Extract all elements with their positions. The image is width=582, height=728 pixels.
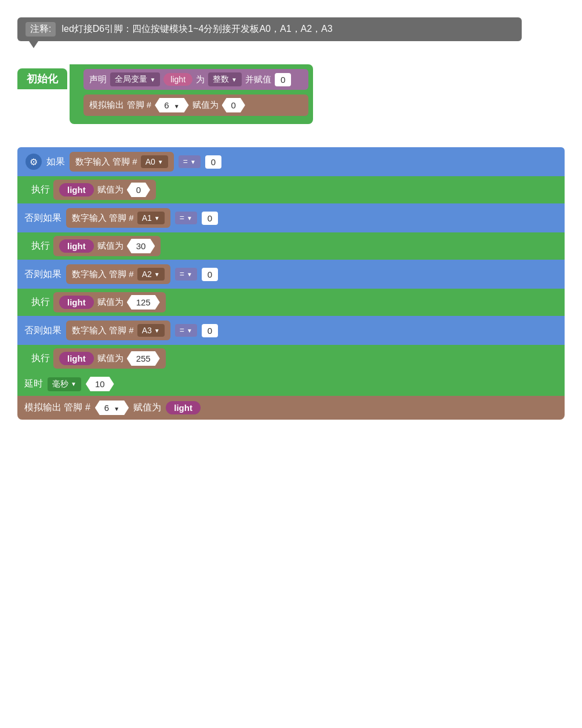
- pin-value: 6 ▼: [155, 98, 188, 112]
- assign-row-2: 执行 light 赋值为 125: [31, 292, 560, 312]
- cond-value-2: 0: [202, 268, 218, 281]
- pin-val-bottom: 6 ▼: [95, 401, 129, 415]
- var-name-bottom: light: [166, 401, 201, 414]
- comment-block: 注释: led灯接D6引脚：四位按键模块1~4分别接开发板A0，A1，A2，A3: [17, 17, 522, 41]
- if-wrapper: ⚙ 如果 数字输入 管脚 # A0 ▼ = ▼ 0 执行 light 赋值为: [17, 147, 565, 420]
- exec-container-0: 执行 light 赋值为 0: [17, 176, 565, 203]
- elseif-row-1: 否则如果 数字输入 管脚 # A1 ▼ = ▼ 0: [17, 203, 565, 232]
- analog-out-prefix: 模拟输出 管脚 #: [89, 100, 151, 111]
- analog-val: 0: [222, 98, 245, 112]
- assign-label2: 赋值为: [192, 100, 219, 111]
- elseif-row-3: 否则如果 数字输入 管脚 # A3 ▼ = ▼ 0: [17, 316, 565, 345]
- delay-value: 10: [86, 377, 114, 391]
- var-pill-0: light: [59, 183, 94, 196]
- assign-val-0: 0: [127, 183, 150, 197]
- assign-val-3: 255: [127, 351, 160, 366]
- exec-container-2: 执行 light 赋值为 125: [17, 289, 565, 316]
- digital-prefix-1: 数字输入 管脚 #: [72, 213, 134, 224]
- type-dropdown[interactable]: 全局变量 ▼: [110, 72, 160, 86]
- if-header-row: ⚙ 如果 数字输入 管脚 # A0 ▼ = ▼ 0: [17, 147, 565, 176]
- elseif-label-3: 否则如果: [24, 325, 61, 337]
- elseif-label-1: 否则如果: [24, 212, 61, 224]
- pin-dropdown-0[interactable]: A0 ▼: [141, 155, 168, 168]
- analog-out-block: 模拟输出 管脚 # 6 ▼ 赋值为 0: [83, 94, 308, 116]
- pin-dropdown-2[interactable]: A2 ▼: [137, 268, 165, 281]
- elseif-label-2: 否则如果: [24, 268, 61, 281]
- init-value: 0: [275, 73, 291, 86]
- init-section: 初始化 声明 全局变量 ▼ light 为 整数 ▼ 并赋值 0 模拟输出 管脚…: [17, 64, 565, 124]
- assign-row-0: 执行 light 赋值为 0: [31, 180, 560, 200]
- op-block-1[interactable]: = ▼: [175, 212, 197, 224]
- declare-prefix: 声明: [89, 74, 107, 85]
- init-title: 初始化: [17, 68, 67, 89]
- var-name-pill: light: [163, 73, 192, 86]
- exec-container-3: 执行 light 赋值为 255: [17, 345, 565, 372]
- var-pill-1: light: [59, 239, 94, 253]
- comment-label: 注释:: [26, 22, 56, 37]
- gear-icon[interactable]: ⚙: [26, 154, 42, 170]
- op-block-3[interactable]: = ▼: [175, 324, 197, 337]
- declare-block: 声明 全局变量 ▼ light 为 整数 ▼ 并赋值 0: [83, 69, 308, 90]
- var-pill-2: light: [59, 296, 94, 309]
- cond-value-1: 0: [202, 212, 218, 225]
- assign-val-1: 30: [127, 239, 155, 253]
- op-block-2[interactable]: = ▼: [175, 268, 197, 281]
- digital-input-3: 数字输入 管脚 # A3 ▼: [66, 321, 170, 340]
- assign-row-1: 执行 light 赋值为 30: [31, 236, 560, 256]
- comment-text: led灯接D6引脚：四位按键模块1~4分别接开发板A0，A1，A2，A3: [61, 23, 332, 35]
- assign-block-3: light 赋值为 255: [53, 348, 166, 369]
- pin-dropdown-1[interactable]: A1 ▼: [137, 212, 165, 224]
- assign-val-2: 125: [127, 295, 160, 310]
- delay-row: 延时 毫秒 ▼ 10: [17, 372, 565, 396]
- exec-container-1: 执行 light 赋值为 30: [17, 232, 565, 260]
- op-block-0[interactable]: = ▼: [179, 155, 201, 168]
- pin-dropdown-3[interactable]: A3 ▼: [137, 324, 165, 337]
- assign-row-3: 执行 light 赋值为 255: [31, 348, 560, 369]
- exec-label-2: 执行: [31, 296, 50, 308]
- elseif-row-2: 否则如果 数字输入 管脚 # A2 ▼ = ▼ 0: [17, 260, 565, 289]
- delay-label: 延时: [24, 378, 43, 390]
- assign-block-0: light 赋值为 0: [53, 180, 156, 200]
- analog-out-label: 模拟输出 管脚 #: [24, 402, 90, 414]
- digital-prefix-3: 数字输入 管脚 #: [72, 325, 134, 336]
- assign-block-2: light 赋值为 125: [53, 292, 166, 312]
- var-pill-3: light: [59, 352, 94, 365]
- exec-label-3: 执行: [31, 352, 50, 365]
- digital-input-2: 数字输入 管脚 # A2 ▼: [66, 264, 170, 284]
- delay-unit-dropdown[interactable]: 毫秒 ▼: [48, 377, 81, 391]
- cond-value-3: 0: [202, 324, 218, 337]
- digital-prefix: 数字输入 管脚 #: [75, 156, 137, 168]
- init-container: 声明 全局变量 ▼ light 为 整数 ▼ 并赋值 0 模拟输出 管脚 # 6…: [70, 64, 313, 124]
- assign-label: 并赋值: [245, 74, 271, 85]
- exec-label-1: 执行: [31, 240, 50, 252]
- analog-out-row-bottom: 模拟输出 管脚 # 6 ▼ 赋值为 light: [17, 396, 565, 420]
- assign-block-1: light 赋值为 30: [53, 236, 161, 256]
- exec-label-0: 执行: [31, 184, 50, 196]
- digital-prefix-2: 数字输入 管脚 #: [72, 269, 134, 280]
- if-label: 如果: [46, 156, 65, 168]
- digital-input-0: 数字输入 管脚 # A0 ▼: [70, 152, 174, 172]
- assign-label-bottom: 赋值为: [133, 402, 161, 414]
- digital-input-1: 数字输入 管脚 # A1 ▼: [66, 208, 170, 228]
- datatype-dropdown[interactable]: 整数 ▼: [208, 72, 242, 86]
- cond-value-0: 0: [205, 155, 221, 169]
- if-section: ⚙ 如果 数字输入 管脚 # A0 ▼ = ▼ 0 执行 light 赋值为: [17, 147, 565, 420]
- as-label: 为: [196, 74, 205, 85]
